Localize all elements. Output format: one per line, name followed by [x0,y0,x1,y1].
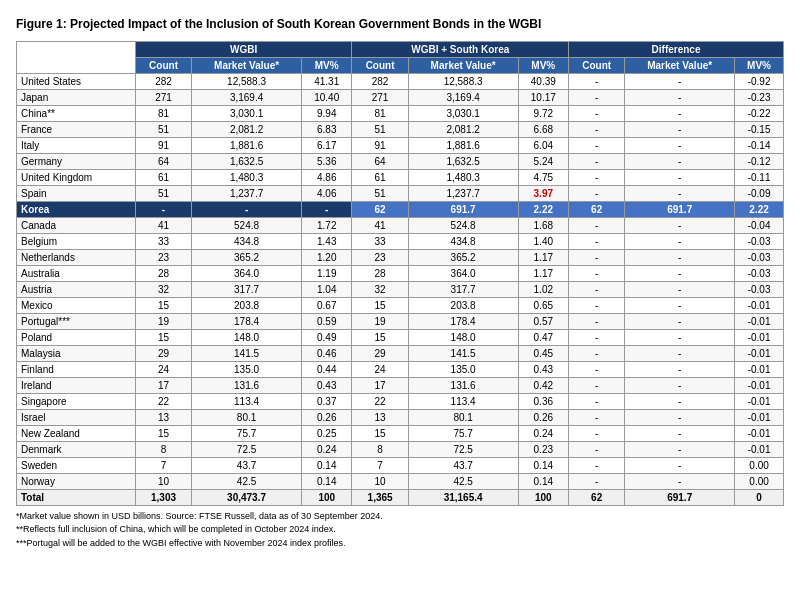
table-cell: 4.86 [302,169,352,185]
table-cell: United States [17,73,136,89]
table-cell: - [569,409,625,425]
table-cell: - [625,73,735,89]
table-cell: -0.14 [735,137,784,153]
table-cell: 365.2 [192,249,302,265]
table-cell: Israel [17,409,136,425]
table-cell: 3,169.4 [192,89,302,105]
table-cell: 4.75 [518,169,568,185]
table-cell: 13 [352,409,408,425]
table-cell: -0.01 [735,377,784,393]
table-cell: 15 [135,329,191,345]
table-cell: 1,480.3 [408,169,518,185]
table-cell: -0.01 [735,409,784,425]
table-cell: - [569,345,625,361]
table-cell: 0.14 [302,473,352,489]
table-cell: 0.43 [302,377,352,393]
table-cell: 317.7 [408,281,518,297]
table-cell: 81 [352,105,408,121]
table-cell: 0.26 [302,409,352,425]
table-cell: 41.31 [302,73,352,89]
table-cell: 0.26 [518,409,568,425]
table-cell: -0.03 [735,249,784,265]
table-cell: 23 [352,249,408,265]
table-cell: - [625,169,735,185]
table-cell: 0.59 [302,313,352,329]
plus-mvpct-header: MV% [518,57,568,73]
table-cell: 434.8 [192,233,302,249]
table-cell: - [569,249,625,265]
total-cell: 31,165.4 [408,489,518,505]
table-cell: Spain [17,185,136,201]
table-cell: - [569,153,625,169]
table-cell: 0.67 [302,297,352,313]
table-cell: 1,632.5 [192,153,302,169]
table-cell: 135.0 [408,361,518,377]
table-cell: 0.24 [302,441,352,457]
table-cell: - [569,265,625,281]
table-cell: - [569,377,625,393]
table-cell: 41 [352,217,408,233]
table-cell: -0.09 [735,185,784,201]
table-cell: - [302,201,352,217]
table-cell: 10 [135,473,191,489]
table-cell: - [625,361,735,377]
table-cell: 9.94 [302,105,352,121]
table-cell: 1,480.3 [192,169,302,185]
table-cell: Germany [17,153,136,169]
table-cell: 40.39 [518,73,568,89]
table-cell: 91 [135,137,191,153]
table-cell: 0.44 [302,361,352,377]
table-cell: 135.0 [192,361,302,377]
table-cell: -0.01 [735,313,784,329]
table-cell: Italy [17,137,136,153]
table-cell: - [569,185,625,201]
table-cell: 1.68 [518,217,568,233]
table-cell: 61 [135,169,191,185]
table-cell: 3.97 [518,185,568,201]
table-cell: 62 [352,201,408,217]
table-cell: 0.00 [735,473,784,489]
table-cell: China** [17,105,136,121]
footnote-2: **Reflects full inclusion of China, whic… [16,523,784,537]
table-cell: 41 [135,217,191,233]
table-cell: 10.40 [302,89,352,105]
table-cell: 113.4 [192,393,302,409]
table-cell: - [569,441,625,457]
table-cell: 0.14 [518,473,568,489]
table-cell: -0.11 [735,169,784,185]
table-cell: - [625,329,735,345]
table-cell: 178.4 [192,313,302,329]
table-cell: 17 [352,377,408,393]
table-cell: 691.7 [625,201,735,217]
table-cell: -0.12 [735,153,784,169]
total-cell: 62 [569,489,625,505]
diff-count-header: Count [569,57,625,73]
table-cell: - [569,281,625,297]
wgbi-header: WGBI [135,41,352,57]
table-cell: 1.19 [302,265,352,281]
table-cell: 3,030.1 [408,105,518,121]
table-cell: - [625,409,735,425]
total-cell: 1,303 [135,489,191,505]
table-cell: - [625,217,735,233]
table-cell: 0.37 [302,393,352,409]
table-cell: -0.03 [735,233,784,249]
table-cell: 524.8 [408,217,518,233]
table-cell: Malaysia [17,345,136,361]
table-cell: 29 [135,345,191,361]
table-cell: 0.57 [518,313,568,329]
table-cell: 51 [352,185,408,201]
table-cell: -0.01 [735,441,784,457]
table-cell: Korea [17,201,136,217]
table-cell: - [625,425,735,441]
table-cell: 80.1 [408,409,518,425]
table-cell: 42.5 [192,473,302,489]
table-cell: 2,081.2 [192,121,302,137]
table-cell: 364.0 [408,265,518,281]
table-cell: 81 [135,105,191,121]
table-cell: United Kingdom [17,169,136,185]
table-cell: -0.01 [735,329,784,345]
table-cell: - [569,393,625,409]
table-cell: - [625,89,735,105]
table-cell: 10.17 [518,89,568,105]
